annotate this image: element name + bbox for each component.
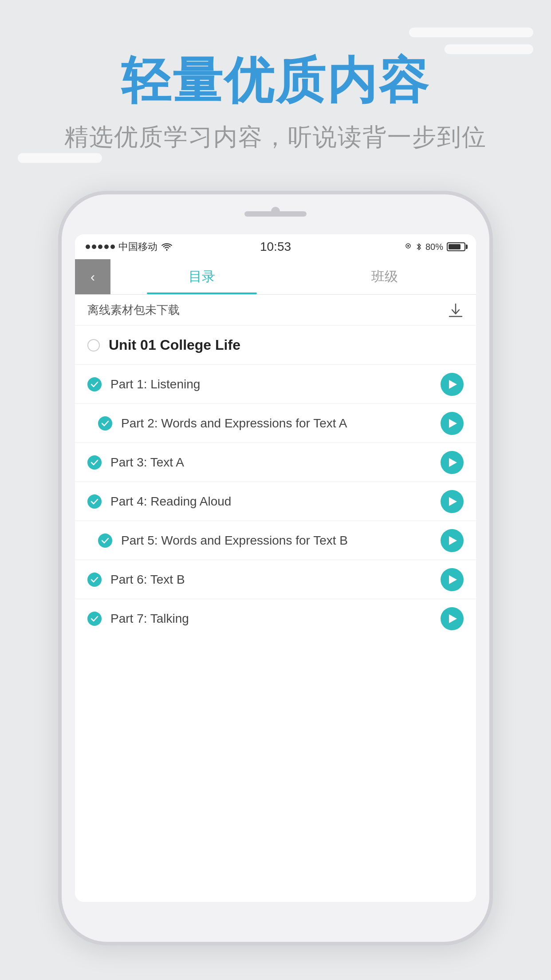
part-label: Part 2: Words and Expressions for Text A	[121, 415, 436, 432]
check-icon	[87, 612, 102, 626]
check-icon	[87, 494, 102, 509]
play-button[interactable]	[441, 490, 464, 513]
svg-point-1	[407, 245, 409, 247]
wifi-icon	[161, 242, 173, 251]
play-icon	[449, 497, 457, 506]
bluetooth-icon	[416, 242, 422, 251]
carrier-name: 中国移动	[118, 240, 157, 253]
decorative-bar-2	[445, 44, 533, 54]
unit-title: Unit 01 College Life	[109, 337, 240, 353]
play-button[interactable]	[441, 412, 464, 435]
play-icon	[449, 419, 457, 428]
list-item[interactable]: Part 2: Words and Expressions for Text A	[75, 404, 476, 443]
part-label: Part 6: Text B	[110, 571, 436, 588]
play-button[interactable]	[441, 529, 464, 552]
list-item[interactable]: Part 4: Reading Aloud	[75, 482, 476, 521]
play-icon	[449, 458, 457, 467]
play-button[interactable]	[441, 373, 464, 396]
battery-icon	[447, 242, 465, 251]
content-list: Unit 01 College Life Part 1: Listening	[75, 326, 476, 638]
list-item[interactable]: Part 7: Talking	[75, 599, 476, 638]
tab-class-label: 班级	[371, 268, 398, 286]
back-button[interactable]: ‹	[75, 259, 110, 294]
status-time: 10:53	[260, 240, 291, 254]
hero-section: 轻量优质内容 精选优质学习内容，听说读背一步到位	[0, 53, 551, 154]
play-button[interactable]	[441, 568, 464, 591]
part-label: Part 7: Talking	[110, 610, 436, 627]
phone-speaker	[244, 211, 307, 217]
list-item[interactable]: Part 1: Listening	[75, 365, 476, 404]
tab-class[interactable]: 班级	[293, 259, 476, 294]
nav-tabs: 目录 班级	[110, 259, 476, 294]
play-icon	[449, 575, 457, 584]
battery-fill	[449, 244, 460, 249]
play-button[interactable]	[441, 451, 464, 474]
unit-circle-indicator	[87, 339, 100, 352]
decorative-bar-1	[409, 28, 533, 37]
status-right: 80%	[404, 242, 465, 252]
battery-percent: 80%	[425, 242, 443, 252]
check-icon	[87, 455, 102, 470]
check-icon	[98, 416, 112, 431]
status-bar: 中国移动 10:53	[75, 234, 476, 259]
back-arrow: ‹	[91, 269, 95, 285]
tab-catalog[interactable]: 目录	[110, 259, 293, 294]
play-icon	[449, 536, 457, 545]
phone-screen: 中国移动 10:53	[75, 234, 476, 902]
unit-header[interactable]: Unit 01 College Life	[75, 326, 476, 365]
phone-outer-shell: 中国移动 10:53	[58, 191, 493, 945]
decorative-bar-3	[18, 153, 102, 163]
list-item[interactable]: Part 3: Text A	[75, 443, 476, 482]
signal-dots	[86, 245, 115, 249]
phone-mockup: 中国移动 10:53	[58, 191, 493, 945]
part-label: Part 1: Listening	[110, 375, 436, 393]
offline-banner[interactable]: 离线素材包未下载	[75, 295, 476, 326]
part-label: Part 5: Words and Expressions for Text B	[121, 532, 436, 549]
tab-catalog-label: 目录	[189, 268, 215, 286]
tab-underline	[147, 292, 256, 294]
offline-text: 离线素材包未下载	[87, 302, 180, 318]
download-icon[interactable]	[448, 302, 464, 318]
play-icon	[449, 380, 457, 389]
play-icon	[449, 614, 457, 623]
list-item[interactable]: Part 6: Text B	[75, 560, 476, 599]
part-label: Part 4: Reading Aloud	[110, 493, 436, 510]
list-item[interactable]: Part 5: Words and Expressions for Text B	[75, 521, 476, 560]
hero-title: 轻量优质内容	[0, 53, 551, 108]
part-label: Part 3: Text A	[110, 454, 436, 471]
check-icon	[87, 573, 102, 587]
status-left: 中国移动	[86, 240, 173, 253]
check-icon	[87, 377, 102, 391]
check-icon	[98, 533, 112, 548]
location-icon	[404, 242, 412, 251]
nav-bar: ‹ 目录 班级	[75, 259, 476, 295]
hero-subtitle: 精选优质学习内容，听说读背一步到位	[0, 121, 551, 154]
play-button[interactable]	[441, 607, 464, 630]
